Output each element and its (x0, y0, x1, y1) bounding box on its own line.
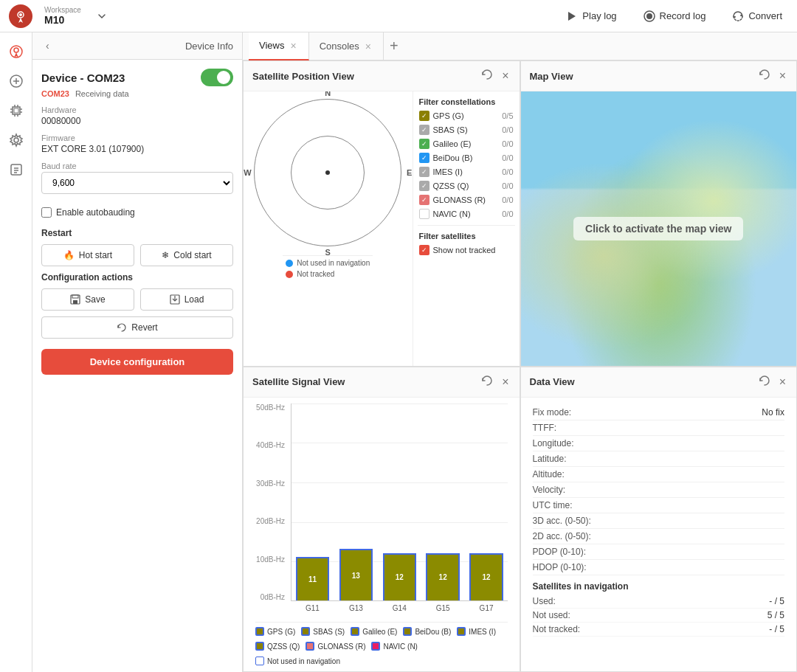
device-toggle[interactable] (201, 69, 233, 86)
hdop-key: HDOP (0-10): (533, 562, 587, 572)
device-port: COM23 (41, 89, 69, 98)
sig-close-button[interactable]: × (500, 374, 510, 390)
data-title: Data View (530, 376, 575, 387)
tab-consoles[interactable]: Consoles × (309, 32, 384, 60)
legend-galileo-sq (351, 627, 359, 636)
tab-add-button[interactable]: + (384, 38, 404, 55)
workspace-menu-button[interactable] (93, 3, 111, 30)
sat-pos-close-button[interactable]: × (500, 68, 510, 84)
panel-collapse-button[interactable]: ‹ (41, 38, 54, 53)
hot-start-button[interactable]: 🔥 Hot start (41, 244, 134, 266)
revert-button[interactable]: Revert (41, 316, 233, 339)
filter-qzss: ✓ QZSS (Q) 0/0 (418, 181, 515, 191)
data-velocity: Velocity: (533, 482, 785, 498)
cold-start-button[interactable]: ❄ Cold start (140, 244, 233, 266)
legend-imes-label: IMES (I) (469, 628, 496, 636)
map-refresh-icon (759, 69, 770, 80)
legend-qzss: QZSS (Q) (255, 642, 300, 651)
pdop-key: PDOP (0-10): (533, 547, 586, 557)
data-refresh-button[interactable] (757, 373, 772, 391)
2dacc-key: 2D acc. (0-50): (533, 531, 591, 541)
device-config-button[interactable]: Device configuration (41, 349, 233, 375)
filter-imes: ✓ IMES (I) 0/0 (418, 167, 515, 177)
filter-glonass: ✓ GLONASS (R) 0/0 (418, 195, 515, 205)
legend-not-used-dot (286, 260, 293, 267)
nav-home-button[interactable] (3, 38, 30, 65)
save-load-buttons: Save Load (41, 288, 233, 311)
play-log-label: Play log (582, 10, 616, 21)
bar-g13: 13 (339, 549, 373, 600)
autobaud-checkbox[interactable] (41, 207, 52, 218)
sat-pos-header: Satellite Position View × (244, 61, 520, 91)
bar-g17-wrapper: 12 G17 (469, 553, 503, 600)
satellites-section-title: Satellites in navigation (533, 581, 785, 592)
legend-gps: GPS (G) (255, 627, 295, 636)
chart-legend: GPS (G) SBAS (S) Galileo (E) BeiDou (255, 622, 508, 665)
load-button[interactable]: Load (140, 288, 233, 311)
restart-buttons: 🔥 Hot start ❄ Cold start (41, 244, 233, 266)
data-close-button[interactable]: × (778, 374, 787, 390)
sig-refresh-button[interactable] (480, 373, 494, 391)
nav-chip-button[interactable] (3, 97, 30, 124)
autobaud-row: Enable autobauding (41, 207, 233, 218)
play-log-button[interactable]: Play log (560, 7, 622, 25)
firmware-label: Firmware (41, 134, 233, 142)
revert-icon (117, 322, 127, 333)
bar-g15-label: G15 (426, 604, 460, 612)
bar-g15-wrapper: 12 G15 (426, 553, 460, 600)
legend-glonass-label: GLONASS (R) (317, 642, 365, 651)
play-icon (566, 10, 578, 22)
utc-key: UTC time: (533, 500, 573, 510)
map-close-button[interactable]: × (778, 68, 787, 84)
legend-sbas-sq (301, 627, 310, 636)
svg-rect-27 (73, 300, 77, 304)
svg-point-2 (19, 13, 22, 16)
sig-controls: × (480, 373, 510, 391)
tab-views[interactable]: Views × (249, 32, 309, 60)
restart-label: Restart (41, 228, 233, 238)
svg-rect-12 (14, 108, 18, 113)
legend-imes: IMES (I) (457, 627, 496, 636)
3dacc-key: 3D acc. (0-50): (533, 516, 591, 526)
nav-add-button[interactable] (3, 68, 30, 94)
beidou-checkbox-icon: ✓ (419, 153, 429, 163)
legend-not-tracked: Not tracked (286, 270, 370, 278)
record-log-button[interactable]: Record log (638, 7, 712, 25)
tab-views-close[interactable]: × (289, 41, 297, 51)
panel-title: Device Info (185, 41, 233, 52)
svg-point-5 (646, 13, 652, 19)
bar-g14-label: G14 (383, 604, 417, 612)
imes-checkbox-icon: ✓ (419, 167, 429, 177)
map-content[interactable]: Click to activate the map view (521, 91, 797, 366)
topbar: Workspace M10 Play log Record log Conver… (0, 0, 797, 32)
svg-rect-22 (11, 164, 21, 175)
topbar-right: Play log Record log Convert (560, 7, 788, 25)
convert-button[interactable]: Convert (726, 7, 788, 25)
nav-files-button[interactable] (3, 156, 30, 183)
sat-legend: Not used in navigation Not tracked (283, 255, 373, 281)
sat-pos-refresh-button[interactable] (480, 67, 494, 85)
map-click-text[interactable]: Click to activate the map view (573, 217, 743, 240)
filter-constellations-title: Filter constellations (418, 97, 515, 106)
tab-consoles-close[interactable]: × (364, 41, 373, 52)
y-label-0: 0dB-Hz (255, 593, 288, 601)
workspace-info: Workspace M10 (44, 6, 81, 26)
baud-select[interactable]: 9,600 19,200 38,400 115,200 (41, 172, 233, 194)
navic-label: NAVIC (N) (433, 209, 499, 218)
chart-bars-container: 11 G11 13 G13 (291, 403, 508, 602)
legend-navic: NAVIC (N) (371, 642, 417, 651)
legend-not-used-nav-label: Not used in navigation (267, 657, 340, 665)
cold-start-label: Cold start (173, 250, 211, 260)
main-area: ‹ Device Info Device - COM23 COM23 Recei… (0, 32, 797, 672)
glonass-count: 0/0 (502, 195, 513, 204)
bar-g14-wrapper: 12 G14 (383, 553, 417, 600)
satellite-signal-panel: Satellite Signal View × 50dB-Hz 40dB-Hz … (243, 367, 520, 673)
save-button[interactable]: Save (41, 288, 134, 311)
chart-area: 50dB-Hz 40dB-Hz 30dB-Hz 20dB-Hz 10dB-Hz … (255, 403, 508, 620)
legend-gps-sq (255, 627, 264, 636)
nav-settings-button[interactable] (3, 127, 30, 153)
map-refresh-button[interactable] (757, 67, 772, 85)
beidou-label: BeiDou (B) (433, 153, 499, 162)
data-2dacc: 2D acc. (0-50): (533, 529, 785, 544)
data-fix-mode: Fix mode: No fix (533, 405, 785, 420)
